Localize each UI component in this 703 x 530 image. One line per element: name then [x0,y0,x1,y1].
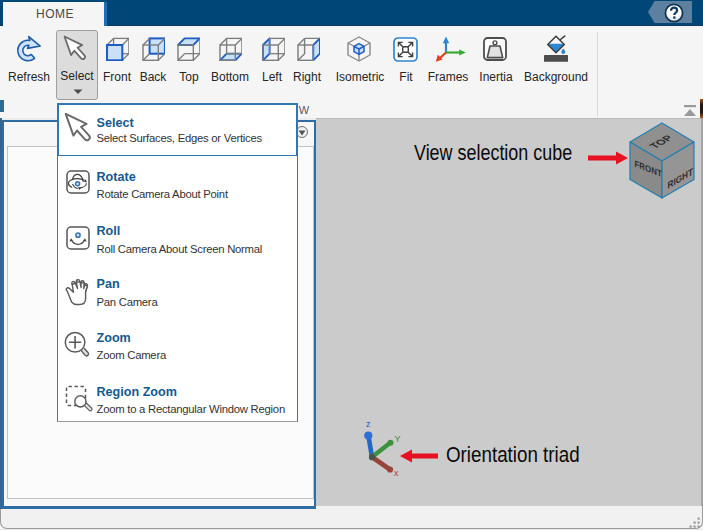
svg-text:x: x [394,468,399,478]
svg-text:z: z [366,419,371,429]
svg-text:Y: Y [395,434,401,444]
